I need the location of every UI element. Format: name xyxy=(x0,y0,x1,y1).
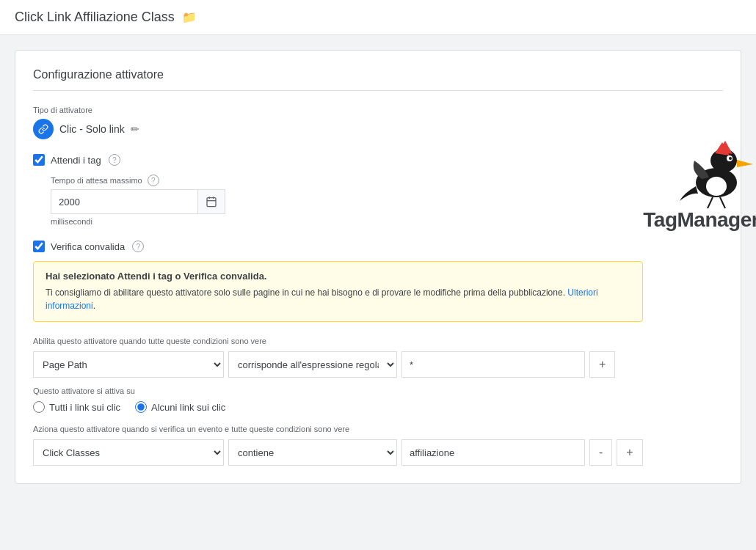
radio-row: Tutti i link sui clic Alcuni link sui cl… xyxy=(33,401,643,413)
radio-section-label: Questo attivatore si attiva su xyxy=(33,386,643,395)
logo-svg: TagManagerItalia xyxy=(643,128,756,216)
verifica-checkbox[interactable] xyxy=(33,241,45,252)
action-var-select[interactable]: Click Classes xyxy=(33,439,224,466)
tempo-help-icon[interactable]: ? xyxy=(148,175,159,186)
svg-line-13 xyxy=(720,197,725,208)
radio-all-label: Tutti i link sui clic xyxy=(49,402,120,413)
logo-text: TagManagerItalia xyxy=(643,208,756,232)
wait-time-input[interactable] xyxy=(51,189,197,214)
condition-val-input[interactable] xyxy=(401,351,585,378)
warning-text: Ti consigliamo di abilitare questo attiv… xyxy=(46,286,630,312)
tempo-label: Tempo di attesa massimo ? xyxy=(51,175,643,186)
add-action-button[interactable]: + xyxy=(617,439,642,466)
verifica-label: Verifica convalida xyxy=(51,241,125,252)
action-val-input[interactable] xyxy=(401,439,585,466)
action-op-select[interactable]: contiene xyxy=(228,439,397,466)
edit-pencil-icon[interactable]: ✏ xyxy=(131,123,139,135)
link-svg-icon xyxy=(38,124,48,134)
attendi-label: Attendi i tag xyxy=(51,155,101,166)
condition-var-select[interactable]: Page Path xyxy=(33,351,224,378)
calendar-button[interactable] xyxy=(197,189,225,214)
warning-title: Hai selezionato Attendi i tag o Verifica… xyxy=(46,271,630,282)
top-bar: Click Link Affiliazione Class 📁 xyxy=(0,0,756,35)
svg-point-5 xyxy=(706,177,727,196)
logo-text-black: TagManager xyxy=(643,208,756,231)
card-inner: Tipo di attivatore Clic - Solo link ✏ At… xyxy=(33,106,723,466)
trigger-type-label: Clic - Solo link xyxy=(59,123,125,135)
folder-icon[interactable]: 📁 xyxy=(182,10,197,24)
wait-input-group: Tempo di attesa massimo ? xyxy=(51,175,643,226)
remove-action-button[interactable]: - xyxy=(589,439,612,466)
attendi-checkbox[interactable] xyxy=(33,154,45,166)
radio-all[interactable] xyxy=(33,401,45,413)
trigger-type-row: Clic - Solo link ✏ xyxy=(33,119,643,139)
tipo-label: Tipo di attivatore xyxy=(33,106,643,114)
radio-all-option[interactable]: Tutti i link sui clic xyxy=(33,401,120,413)
tagmanageritalia-logo: TagManagerItalia TagManagerItalia xyxy=(643,113,756,232)
radio-some[interactable] xyxy=(135,401,147,413)
logo-column: TagManagerItalia TagManagerItalia xyxy=(643,106,756,466)
svg-line-12 xyxy=(708,197,713,208)
page-title: Click Link Affiliazione Class xyxy=(15,10,175,25)
svg-point-10 xyxy=(729,157,732,160)
condition-op-select[interactable]: corrisponde all'espressione regolar xyxy=(228,351,397,378)
add-condition-button[interactable]: + xyxy=(589,351,615,378)
svg-marker-11 xyxy=(737,160,753,167)
warning-box: Hai selezionato Attendi i tag o Verifica… xyxy=(33,261,643,322)
conditions-label: Abilita questo attivatore quando tutte q… xyxy=(33,337,643,345)
action-label: Aziona questo attivatore quando si verif… xyxy=(33,425,643,433)
form-column: Tipo di attivatore Clic - Solo link ✏ At… xyxy=(33,106,643,466)
wait-input-row xyxy=(51,189,643,214)
verifica-help-icon[interactable]: ? xyxy=(132,241,144,252)
radio-some-option[interactable]: Alcuni link sui clic xyxy=(135,401,225,413)
condition-row-1: Page Path corrisponde all'espressione re… xyxy=(33,351,643,378)
milliseconds-label: millisecondi xyxy=(51,217,643,226)
attendi-help-icon[interactable]: ? xyxy=(109,154,120,166)
trigger-icon xyxy=(33,119,54,139)
svg-rect-0 xyxy=(207,198,216,207)
action-row: Click Classes contiene - + xyxy=(33,439,643,466)
radio-some-label: Alcuni link sui clic xyxy=(151,402,225,413)
main-content: Configurazione attivatore Tipo di attiva… xyxy=(0,35,756,499)
card-section-title: Configurazione attivatore xyxy=(33,68,723,91)
config-card: Configurazione attivatore Tipo di attiva… xyxy=(15,50,741,484)
verifica-checkbox-row: Verifica convalida ? xyxy=(33,241,643,252)
calendar-icon xyxy=(206,196,217,208)
attendi-checkbox-row: Attendi i tag ? xyxy=(33,154,643,166)
